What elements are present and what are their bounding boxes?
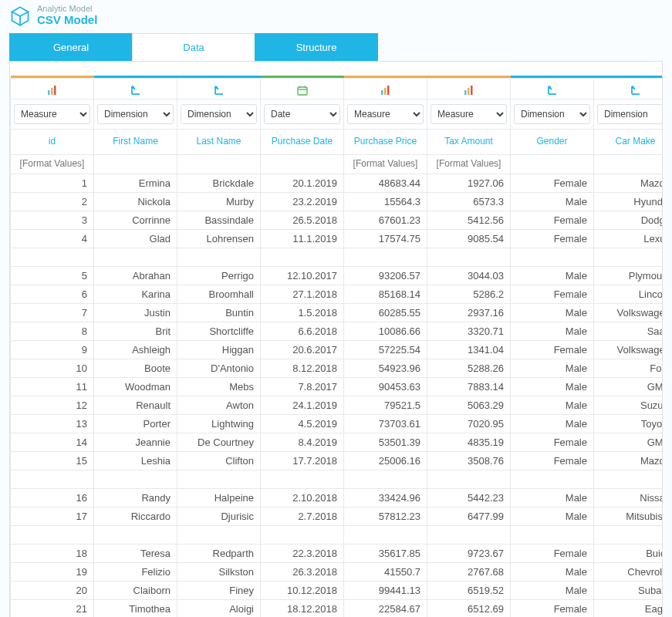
cell: Brit xyxy=(94,322,177,341)
cell: 5288.26 xyxy=(427,359,511,378)
cell: Perrigo xyxy=(177,267,261,285)
cell: Male xyxy=(511,507,594,526)
cell: 10086.66 xyxy=(344,322,427,341)
tab-general[interactable]: General xyxy=(9,33,133,61)
cell: 20 xyxy=(11,582,94,600)
cell: 15564.3 xyxy=(344,193,427,211)
column-type-select[interactable]: MeasureDimensionDate xyxy=(181,104,257,124)
tab-structure[interactable]: Structure xyxy=(255,33,378,61)
column-type-select[interactable]: MeasureDimensionDate xyxy=(264,104,340,124)
column-name[interactable]: Last Name xyxy=(177,130,261,155)
table-row[interactable]: 18TeresaRedparth22.3.201835617.859723.67… xyxy=(11,545,664,563)
cell: Boote xyxy=(94,359,177,378)
table-row[interactable]: 12RenaultAwton24.1.201979521.55063.29Mal… xyxy=(11,396,664,415)
cell: Female xyxy=(511,545,594,563)
model-title: CSV Model xyxy=(37,13,97,27)
cell: Hyundai xyxy=(594,193,664,211)
cell: 79521.5 xyxy=(344,396,427,415)
cell: 11 xyxy=(11,378,94,396)
cell: Nissan xyxy=(594,489,664,507)
table-row[interactable]: 20ClaibornFiney10.12.201899441.136519.52… xyxy=(11,582,664,600)
column-type-select[interactable]: MeasureDimensionDate xyxy=(97,104,174,124)
cell: Volkswagen xyxy=(594,341,664,359)
cell: 8.4.2019 xyxy=(261,433,344,452)
column-name[interactable]: Tax Amount xyxy=(427,130,511,155)
cell: 5442.23 xyxy=(427,489,511,507)
column-type-select[interactable]: MeasureDimensionDate xyxy=(431,104,507,124)
table-row[interactable]: 2NickolaMurby23.2.201915564.36573.3MaleH… xyxy=(11,193,664,211)
cell: Volkswagen xyxy=(594,304,664,322)
table-row[interactable]: 7JustinBuntin1.5.201860285.552937.16Male… xyxy=(11,304,664,322)
cell: Subaru xyxy=(594,582,664,600)
cell: 25006.16 xyxy=(344,452,427,470)
table-row[interactable]: 15LeshiaClifton17.7.201825006.163508.76F… xyxy=(11,452,664,470)
cell: Aloigi xyxy=(177,600,261,618)
cell: 1927.06 xyxy=(427,174,511,193)
table-row[interactable]: 1ErminaBrickdale20.1.201948683.441927.06… xyxy=(11,174,664,193)
cell: 3320.71 xyxy=(427,322,511,341)
cell: 18 xyxy=(11,545,94,563)
table-row[interactable]: 14JeannieDe Courtney8.4.201953501.394835… xyxy=(11,433,664,452)
table-row[interactable]: 6KarinaBroomhall27.1.201885168.145286.2F… xyxy=(11,285,664,304)
cell: 5 xyxy=(11,267,94,285)
tab-data[interactable]: Data xyxy=(132,33,255,61)
cell: 26.3.2018 xyxy=(261,563,344,582)
cell: 53501.39 xyxy=(344,433,427,452)
table-row[interactable]: 11WoodmanMebs7.8.201790453.637883.14Male… xyxy=(11,378,664,396)
table-row[interactable]: 19FelizioSilkston26.3.201841550.72767.68… xyxy=(11,563,664,582)
format-values xyxy=(594,155,664,174)
table-row[interactable]: 13PorterLightwing4.5.201973703.617020.95… xyxy=(11,415,664,433)
column-name[interactable]: id xyxy=(11,130,94,155)
cell: 15 xyxy=(11,452,94,470)
cell: Felizio xyxy=(94,563,177,582)
cell: Plymouth xyxy=(594,267,664,285)
table-row[interactable]: 21TimotheaAloigi18.12.201822584.676512.6… xyxy=(11,600,664,618)
cell: 41550.7 xyxy=(344,563,427,582)
column-type-select[interactable]: MeasureDimensionDate xyxy=(597,104,663,124)
cell: Mazda xyxy=(594,452,664,470)
cell: 22.3.2018 xyxy=(261,545,344,563)
cell: 1 xyxy=(11,174,94,193)
cell: 7 xyxy=(11,304,94,322)
data-panel: MeasureDimensionDateMeasureDimensionDate… xyxy=(9,61,663,617)
cell: 4 xyxy=(11,230,94,248)
column-type-select[interactable]: MeasureDimensionDate xyxy=(347,104,424,124)
table-row[interactable]: 4GladLohrensen11.1.201917574.759085.54Fe… xyxy=(11,230,664,248)
format-values[interactable]: [Format Values] xyxy=(427,155,511,174)
cell: 6512.69 xyxy=(427,600,511,618)
svg-rect-1 xyxy=(51,88,53,95)
cell: Female xyxy=(511,433,594,452)
column-type-select[interactable]: MeasureDimensionDate xyxy=(14,104,90,124)
table-row[interactable]: 5AbrahanPerrigo12.10.201793206.573044.03… xyxy=(11,267,664,285)
cell: 27.1.2018 xyxy=(261,285,344,304)
table-row[interactable]: 17RiccardoDjurisic2.7.201857812.236477.9… xyxy=(11,507,664,526)
cell: 7883.14 xyxy=(427,378,511,396)
cell: 3044.03 xyxy=(427,267,511,285)
table-row[interactable]: 3CorrinneBassindale26.5.201867601.235412… xyxy=(11,211,664,230)
cell: Halpeine xyxy=(177,489,261,507)
cell: 1341.04 xyxy=(427,341,511,359)
cell: 99441.13 xyxy=(344,582,427,600)
cell: Ermina xyxy=(94,174,177,193)
cell: Male xyxy=(511,582,594,600)
column-type-select[interactable]: MeasureDimensionDate xyxy=(514,104,590,124)
table-row[interactable]: 10BooteD'Antonio8.12.201854923.965288.26… xyxy=(11,359,664,378)
column-name[interactable]: Purchase Price xyxy=(344,130,427,155)
column-name[interactable]: First Name xyxy=(94,130,177,155)
format-values[interactable]: [Format Values] xyxy=(11,155,94,174)
cell: Shortcliffe xyxy=(177,322,261,341)
column-name[interactable]: Gender xyxy=(511,130,594,155)
cell: Lexus xyxy=(594,230,664,248)
cell: 10.12.2018 xyxy=(261,582,344,600)
cell: 85168.14 xyxy=(344,285,427,304)
cell: 22584.67 xyxy=(344,600,427,618)
dimension-icon xyxy=(511,79,594,99)
table-row[interactable]: 9AshleighHiggan20.6.201757225.541341.04F… xyxy=(11,341,664,359)
column-name[interactable]: Car Make xyxy=(594,130,664,155)
cell: Woodman xyxy=(94,378,177,396)
column-name[interactable]: Purchase Date xyxy=(261,130,344,155)
table-row[interactable]: 16RandyHalpeine2.10.201833424.965442.23M… xyxy=(11,489,664,507)
format-values[interactable]: [Format Values] xyxy=(344,155,427,174)
cell: Lohrensen xyxy=(177,230,261,248)
table-row[interactable]: 8BritShortcliffe6.6.201810086.663320.71M… xyxy=(11,322,664,341)
